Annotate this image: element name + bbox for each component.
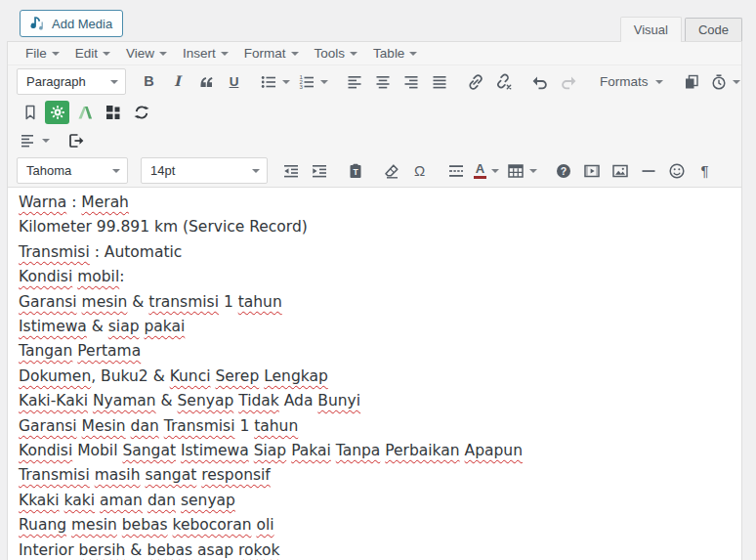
- tab-visual[interactable]: Visual: [620, 17, 682, 42]
- misspelled-word: siap: [108, 318, 140, 335]
- align-center-icon: [374, 73, 392, 91]
- text-token: Mobil: [72, 442, 122, 459]
- align-justify-icon: [431, 73, 448, 91]
- menu-edit[interactable]: Edit: [67, 42, 118, 65]
- paragraph-marks-button[interactable]: ¶: [692, 158, 718, 184]
- chevron-down-icon: [320, 80, 328, 88]
- indent-button[interactable]: [306, 158, 332, 184]
- blocks-grid-button[interactable]: [100, 100, 126, 125]
- copy-icon: [683, 73, 700, 91]
- font-size-select[interactable]: 14pt: [141, 157, 268, 184]
- align-justify-button[interactable]: [426, 69, 452, 95]
- paragraph-select[interactable]: Paragraph: [17, 68, 126, 95]
- settings-button[interactable]: [45, 101, 69, 124]
- misspelled-word: bebas: [122, 516, 168, 534]
- horizontal-rule-button[interactable]: [635, 158, 661, 184]
- indent-icon: [311, 162, 328, 180]
- menu-label: Table: [373, 46, 404, 61]
- eraser-icon: [383, 162, 400, 180]
- refresh-button[interactable]: [128, 100, 154, 125]
- misspelled-word: tahun: [238, 293, 282, 311]
- gear-icon: [49, 104, 66, 121]
- menu-insert[interactable]: Insert: [175, 42, 236, 65]
- align-center-button[interactable]: [369, 69, 396, 95]
- misspelled-word: Tangan: [19, 342, 72, 360]
- special-char-button[interactable]: Ω: [406, 158, 433, 184]
- editor-mode-tabs: VisualCode: [620, 17, 742, 41]
- svg-text:T: T: [353, 167, 358, 177]
- page-break-button[interactable]: [442, 158, 469, 184]
- video-icon: [583, 162, 601, 180]
- underline-button[interactable]: U: [221, 69, 247, 95]
- misspelled-word: Garansi: [19, 417, 77, 435]
- misspelled-word: Kondisi: [19, 442, 72, 459]
- smiley-icon: [668, 162, 686, 180]
- copy-button[interactable]: [679, 69, 705, 95]
- table-button[interactable]: [504, 158, 540, 184]
- menu-label: File: [25, 46, 47, 61]
- redo-button[interactable]: [555, 69, 581, 95]
- misspelled-word: sangat: [145, 466, 196, 484]
- help-button[interactable]: ?: [550, 158, 576, 184]
- bookmark-icon: [21, 104, 39, 121]
- numbered-list-button[interactable]: 123: [295, 69, 331, 95]
- align-right-button[interactable]: [398, 69, 424, 95]
- hr-icon: [640, 162, 657, 180]
- misspelled-word: Bunyi: [317, 392, 360, 409]
- blockquote-button[interactable]: [192, 69, 219, 95]
- media-icon: [27, 15, 47, 32]
- chevron-down-icon: [291, 52, 299, 60]
- insert-image-button[interactable]: [607, 158, 633, 184]
- chevron-down-icon: [112, 169, 120, 177]
- plugin-a-button[interactable]: [71, 100, 98, 125]
- misspelled-word: Serep: [215, 367, 259, 385]
- text-token: &: [87, 318, 108, 335]
- grid-icon: [105, 104, 122, 121]
- italic-button[interactable]: I: [164, 69, 190, 95]
- formats-dropdown[interactable]: Formats: [594, 69, 669, 95]
- chevron-down-icon: [282, 80, 290, 88]
- menu-format[interactable]: Format: [236, 42, 307, 65]
- misspelled-word: pakai: [144, 318, 185, 335]
- toolbar-row-format: Tahoma14ptTΩA?¶: [8, 154, 741, 187]
- omega-icon: Ω: [414, 163, 425, 178]
- insert-time-button[interactable]: [707, 69, 743, 95]
- anchor-button[interactable]: [17, 100, 43, 125]
- menu-bar: FileEditViewInsertFormatToolsTable: [8, 42, 741, 65]
- add-media-button[interactable]: Add Media: [20, 10, 123, 37]
- menu-tools[interactable]: Tools: [307, 42, 366, 65]
- bullet-list-button[interactable]: [257, 69, 293, 95]
- tab-code[interactable]: Code: [685, 18, 742, 41]
- insert-link-button[interactable]: [462, 69, 488, 95]
- menu-table[interactable]: Table: [365, 42, 425, 65]
- line-height-icon: [20, 132, 37, 150]
- chevron-down-icon: [350, 52, 357, 60]
- align-left-button[interactable]: [341, 69, 367, 95]
- font-family-select[interactable]: Tahoma: [17, 157, 128, 184]
- line-height-button[interactable]: [17, 128, 53, 153]
- insert-video-button[interactable]: [578, 158, 605, 184]
- emoticons-button[interactable]: [663, 158, 690, 184]
- menu-file[interactable]: File: [18, 42, 67, 65]
- export-button[interactable]: [63, 128, 89, 153]
- font-color-button[interactable]: A: [471, 158, 502, 184]
- font-color-icon: A: [474, 163, 486, 179]
- bold-button[interactable]: B: [136, 69, 162, 95]
- editor-content[interactable]: Warna : MerahKilometer 99.891 km (Servic…: [8, 188, 741, 560]
- outdent-button[interactable]: [277, 158, 304, 184]
- undo-button[interactable]: [526, 69, 553, 95]
- paste-text-button[interactable]: T: [342, 158, 368, 184]
- underline-icon: U: [230, 75, 239, 89]
- green-peak-icon: [76, 104, 94, 121]
- clear-format-button[interactable]: [378, 158, 404, 184]
- misspelled-word: rokok: [238, 541, 279, 559]
- svg-text:?: ?: [560, 164, 566, 176]
- chevron-down-icon: [529, 169, 537, 177]
- remove-link-button[interactable]: [490, 69, 517, 95]
- menu-view[interactable]: View: [118, 42, 175, 65]
- text-token: :: [66, 194, 81, 211]
- misspelled-word: aman: [100, 492, 143, 509]
- link-icon: [467, 73, 484, 91]
- misspelled-word: Transmisi: [19, 466, 90, 484]
- chevron-down-icon: [110, 80, 118, 88]
